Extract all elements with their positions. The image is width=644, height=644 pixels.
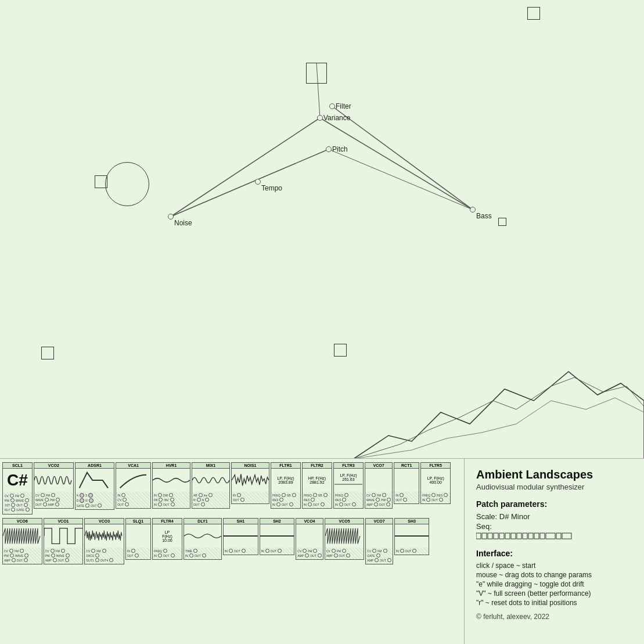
seq-row: Seq: [476,522,632,531]
module-NOIS1-title: NOIS1 [232,463,269,469]
svg-rect-24 [562,533,571,539]
module-FLTR1-controls: FREQSB RES INOUT [271,492,300,508]
seq-display [476,532,632,542]
module-VCO5-controls: CVFM AMPOUT [325,548,364,559]
module-SH2-controls: INOUT [260,548,294,555]
module-VCO2-controls: CVFM WAVEPW OUTAMP [34,492,73,508]
module-FLTR2[interactable]: FLTR2 HP, F(Hz) 2881.92 FREQSB RES INOUT [302,462,332,509]
module-SH2[interactable]: SH2 INOUT [260,518,295,555]
module-VCO2-title: VCO2 [34,463,73,469]
module-VCO5-display [325,524,364,548]
module-FLTR3-controls: FREQ RES INOUT [334,492,363,508]
module-HVR1-title: HVR1 [153,463,190,469]
modules-row-1: SCL1 C# CVFM PWWAVE 1STOUT RLYGATE VCO2 [0,461,464,516]
modules-row-2: VCO6 CVFM PWWAVE AMPOUT VCO1 [0,517,464,566]
module-FLTR5-controls: FREQRES INOUT [421,492,450,503]
module-VCO6-controls: CVFM PWWAVE AMPOUT [3,548,42,564]
svg-rect-11 [482,533,487,539]
node-filter[interactable] [329,103,335,109]
module-ADSR1-title: ADSR1 [75,463,114,469]
canvas-square-2[interactable] [306,63,327,84]
module-ADSR1-display [75,469,114,492]
module-FLTR2-controls: FREQSB RES INOUT [303,492,332,508]
module-SH3[interactable]: SH3 INOUT [394,518,430,555]
svg-rect-12 [488,533,492,539]
canvas-square-6[interactable] [498,218,506,226]
module-VCO1b[interactable]: VCO1 CVFM PWWAVE AMPOUT [44,518,84,564]
svg-line-0 [171,118,320,217]
module-VCO3-title: VCO3 [85,519,124,524]
hint-0: click / space ~ start [476,562,632,570]
svg-line-3 [320,118,473,210]
module-VCO6[interactable]: VCO6 CVFM PWWAVE AMPOUT [2,518,42,564]
scale-row: Scale: D# Minor [476,512,632,521]
module-VCO5-title: VCO5 [325,519,364,524]
module-SH1-display [224,524,258,548]
module-HVR1-display [153,469,190,492]
module-FLTR1[interactable]: FLTR1 LP, F(Hz) 2083.89 FREQSB RES INOUT [271,462,301,509]
module-FLTR4[interactable]: FLTR4 LP F(Hz) 10.00 FREQ INOUT [152,518,182,560]
module-SH2-title: SH2 [260,519,294,524]
patch-label: Patch parameters: [476,499,632,509]
canvas-circle-1[interactable] [105,162,149,206]
node-noise-label: Noise [174,219,192,227]
module-DLY1-display [184,524,221,548]
module-NOIS1[interactable]: NOIS1 IN OUT [231,462,269,504]
module-VCO3[interactable]: VCO3 CVFM SRCS OUT1OUT4 [84,518,124,564]
module-MIX1[interactable]: MIX1 ABInv NN OUT [192,462,230,509]
module-FLTR4-title: FLTR4 [153,519,182,524]
node-tempo-label: Tempo [261,184,282,192]
module-VCO1b-display [44,524,83,548]
module-HVR1[interactable]: HVR1 INDW FBINV INOUT [152,462,190,509]
module-FLTR4-controls: FREQ INOUT [153,548,182,559]
module-VCO5[interactable]: VCO5 CVFM AMPOUT [325,518,365,560]
module-MIX1-title: MIX1 [192,463,229,469]
node-bass[interactable] [470,207,476,213]
module-VCO7[interactable]: VCO7 CVFM WAVEPW AMPOUT [365,462,393,509]
module-ADSR1[interactable]: ADSR1 AS DR GATEOUT [75,462,115,510]
svg-rect-18 [523,533,527,539]
module-SH3-display [395,524,429,548]
svg-rect-22 [546,533,555,539]
canvas-square-1[interactable] [527,7,540,20]
module-VCO2[interactable]: VCO2 CVFM WAVEPW OUTAMP [34,462,74,509]
canvas-square-4[interactable] [41,347,54,359]
module-RCT1[interactable]: RCT1 IN OUT [394,462,419,504]
svg-line-1 [171,149,329,217]
module-FLTR3[interactable]: FLTR3 LP, F(Hz) 261.63 FREQ RES INOUT [333,462,364,509]
module-SLQ1-controls: IN OUT [126,548,150,559]
node-variance[interactable] [317,115,323,121]
module-SCL1[interactable]: SCL1 C# CVFM PWWAVE 1STOUT RLYGATE [2,462,33,515]
module-VCO7b[interactable]: VCO7 CVFM GATE AMPOUT [365,518,393,564]
module-VCO4[interactable]: VCO4 CVFM AMPOUT [296,518,323,560]
module-VCO7-controls: CVFM WAVEPW AMPOUT [365,492,392,508]
module-DLY1[interactable]: DLY1 TIME INOUT [184,518,222,560]
svg-line-4 [329,149,473,210]
main-canvas[interactable]: Filter Variance Pitch Tempo Noise Bass [0,0,644,459]
mountain-silhouette [354,343,644,459]
app-subtitle: Audiovisual modular synthesizer [476,483,632,491]
module-VCO7b-title: VCO7 [366,519,392,524]
module-FLTR2-title: FLTR2 [303,463,332,469]
module-ADSR1-controls: AS DR GATEOUT [75,492,114,509]
node-pitch[interactable] [326,146,332,152]
module-FLTR2-display: HP, F(Hz) 2881.92 [303,469,332,492]
module-RCT1-display [394,469,419,492]
module-VCO6-title: VCO6 [3,519,42,524]
scale-value: D# Minor [499,512,530,521]
module-VCA1[interactable]: VCA1 IN CV OUT [116,462,151,509]
module-SH1[interactable]: SH1 INOUT [223,518,258,555]
module-SLQ1[interactable]: SLQ1 IN OUT [125,518,151,560]
module-SCL1-controls: CVFM PWWAVE 1STOUT RLYGATE [3,492,32,514]
module-SCL1-display: C# [3,469,32,492]
svg-rect-20 [534,533,539,539]
module-FLTR5[interactable]: FLTR5 LP, F(Hz) 400.00 FREQRES INOUT [420,462,451,504]
seq-label: Seq: [476,522,492,531]
module-VCO7b-controls: CVFM GATE AMPOUT [366,548,392,564]
synth-section: SCL1 C# CVFM PWWAVE 1STOUT RLYGATE VCO2 [0,459,464,644]
node-tempo[interactable] [255,179,261,185]
svg-rect-16 [511,533,516,539]
node-noise[interactable] [168,214,174,220]
canvas-square-5[interactable] [334,344,347,357]
module-VCO3-controls: CVFM SRCS OUT1OUT4 [85,548,124,564]
